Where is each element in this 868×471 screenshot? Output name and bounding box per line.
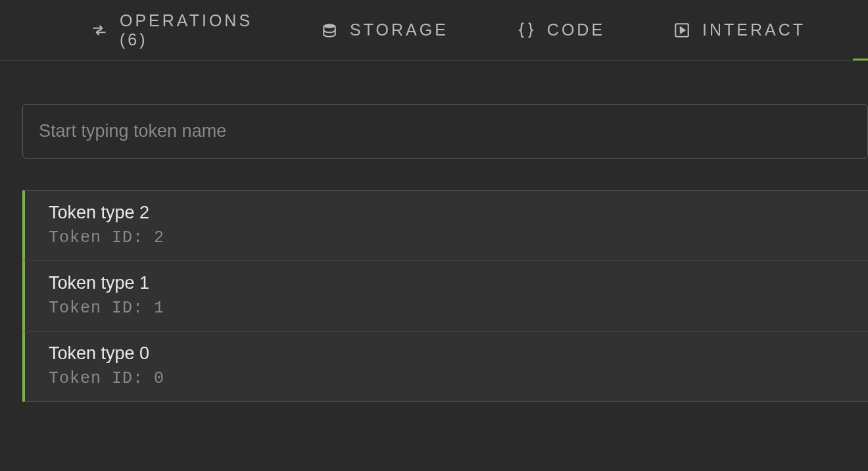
database-icon: [321, 22, 338, 39]
braces-icon: [517, 21, 535, 39]
tab-code-label: CODE: [547, 20, 605, 39]
token-search-input[interactable]: [39, 121, 852, 141]
tab-code[interactable]: CODE: [496, 0, 626, 60]
token-list: Token type 2 Token ID: 2 Token type 1 To…: [22, 190, 868, 402]
token-list-item[interactable]: Token type 0 Token ID: 0: [22, 332, 868, 402]
token-name: Token type 1: [49, 273, 868, 293]
tab-interact-label: INTERACT: [702, 20, 806, 39]
tab-tokens[interactable]: TOKENS: [853, 0, 868, 60]
token-id: Token ID: 1: [49, 299, 868, 318]
tab-operations-label: OPERATIONS (6): [120, 11, 253, 49]
tab-bar: OPERATIONS (6) STORAGE CODE INTE: [0, 0, 868, 61]
swap-arrows-icon: [91, 22, 108, 39]
token-list-item[interactable]: Token type 1 Token ID: 1: [22, 261, 868, 332]
tab-storage[interactable]: STORAGE: [300, 0, 470, 60]
token-name: Token type 0: [49, 343, 868, 364]
tab-storage-label: STORAGE: [350, 20, 448, 39]
token-id: Token ID: 0: [49, 369, 868, 388]
svg-point-0: [324, 24, 335, 28]
tab-operations[interactable]: OPERATIONS (6): [70, 0, 274, 60]
token-list-item[interactable]: Token type 2 Token ID: 2: [22, 190, 868, 261]
token-name: Token type 2: [49, 203, 868, 223]
token-id: Token ID: 2: [49, 228, 868, 247]
main-content: Token type 2 Token ID: 2 Token type 1 To…: [0, 61, 868, 402]
play-box-icon: [673, 22, 690, 39]
tab-interact[interactable]: INTERACT: [652, 0, 827, 60]
search-container: [22, 104, 868, 159]
